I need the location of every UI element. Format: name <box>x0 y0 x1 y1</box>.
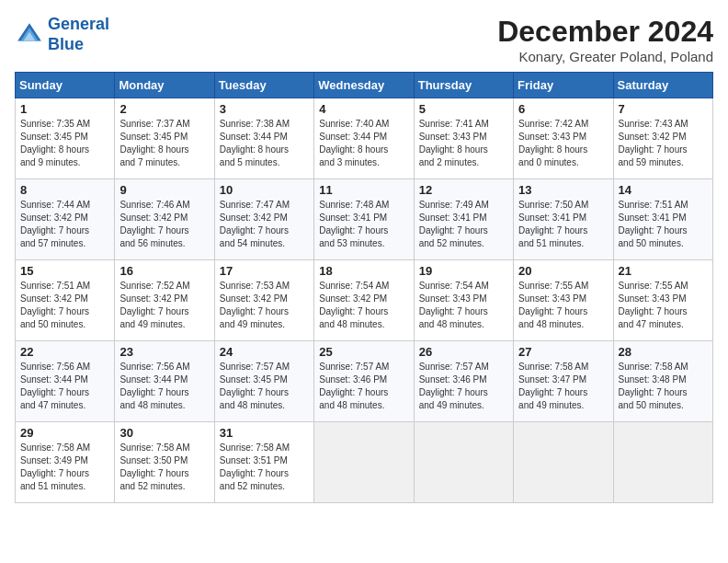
day-info: Sunrise: 7:58 AM Sunset: 3:49 PM Dayligh… <box>20 442 109 493</box>
day-number: 10 <box>220 183 309 197</box>
calendar-day-cell: 19Sunrise: 7:54 AM Sunset: 3:43 PM Dayli… <box>414 260 513 341</box>
calendar-day-cell: 7Sunrise: 7:43 AM Sunset: 3:42 PM Daylig… <box>613 98 712 179</box>
day-number: 15 <box>20 264 109 278</box>
day-info: Sunrise: 7:38 AM Sunset: 3:44 PM Dayligh… <box>220 118 309 169</box>
day-number: 7 <box>619 102 708 116</box>
calendar-day-cell: 22Sunrise: 7:56 AM Sunset: 3:44 PM Dayli… <box>16 341 115 422</box>
calendar-body: 1Sunrise: 7:35 AM Sunset: 3:45 PM Daylig… <box>16 98 713 503</box>
calendar-day-cell: 23Sunrise: 7:56 AM Sunset: 3:44 PM Dayli… <box>115 341 214 422</box>
calendar-day-cell: 20Sunrise: 7:55 AM Sunset: 3:43 PM Dayli… <box>514 260 613 341</box>
calendar-day-cell: 11Sunrise: 7:48 AM Sunset: 3:41 PM Dayli… <box>314 179 414 260</box>
calendar-day-cell: 9Sunrise: 7:46 AM Sunset: 3:42 PM Daylig… <box>115 179 214 260</box>
day-number: 24 <box>220 345 309 359</box>
calendar-day-cell: 3Sunrise: 7:38 AM Sunset: 3:44 PM Daylig… <box>214 98 313 179</box>
day-info: Sunrise: 7:35 AM Sunset: 3:45 PM Dayligh… <box>20 118 109 169</box>
day-info: Sunrise: 7:43 AM Sunset: 3:42 PM Dayligh… <box>619 118 708 169</box>
calendar-day-cell: 2Sunrise: 7:37 AM Sunset: 3:45 PM Daylig… <box>115 98 214 179</box>
day-info: Sunrise: 7:58 AM Sunset: 3:48 PM Dayligh… <box>619 361 708 412</box>
day-number: 9 <box>119 183 209 197</box>
calendar-table: SundayMondayTuesdayWednesdayThursdayFrid… <box>15 72 713 503</box>
day-number: 28 <box>619 345 708 359</box>
day-info: Sunrise: 7:54 AM Sunset: 3:42 PM Dayligh… <box>319 280 408 331</box>
day-info: Sunrise: 7:55 AM Sunset: 3:43 PM Dayligh… <box>619 280 708 331</box>
day-number: 3 <box>220 102 309 116</box>
day-info: Sunrise: 7:56 AM Sunset: 3:44 PM Dayligh… <box>20 361 109 412</box>
day-number: 8 <box>20 183 109 197</box>
calendar-day-cell: 27Sunrise: 7:58 AM Sunset: 3:47 PM Dayli… <box>514 341 613 422</box>
location: Konary, Greater Poland, Poland <box>497 49 713 64</box>
day-info: Sunrise: 7:42 AM Sunset: 3:43 PM Dayligh… <box>518 118 608 169</box>
day-number: 21 <box>619 264 708 278</box>
calendar-day-cell: 16Sunrise: 7:52 AM Sunset: 3:42 PM Dayli… <box>115 260 214 341</box>
calendar-day-cell: 13Sunrise: 7:50 AM Sunset: 3:41 PM Dayli… <box>514 179 613 260</box>
day-info: Sunrise: 7:48 AM Sunset: 3:41 PM Dayligh… <box>319 199 408 250</box>
calendar-day-cell: 15Sunrise: 7:51 AM Sunset: 3:42 PM Dayli… <box>16 260 115 341</box>
weekday-header-cell: Tuesday <box>214 73 313 98</box>
day-info: Sunrise: 7:50 AM Sunset: 3:41 PM Dayligh… <box>518 199 608 250</box>
day-number: 20 <box>518 264 608 278</box>
day-number: 12 <box>419 183 508 197</box>
calendar-day-cell: 18Sunrise: 7:54 AM Sunset: 3:42 PM Dayli… <box>314 260 414 341</box>
logo-icon <box>15 20 44 50</box>
calendar-day-cell: 8Sunrise: 7:44 AM Sunset: 3:42 PM Daylig… <box>16 179 115 260</box>
calendar-day-cell: 21Sunrise: 7:55 AM Sunset: 3:43 PM Dayli… <box>613 260 712 341</box>
calendar-week-row: 1Sunrise: 7:35 AM Sunset: 3:45 PM Daylig… <box>16 98 713 179</box>
weekday-header-cell: Sunday <box>16 73 115 98</box>
day-number: 1 <box>20 102 109 116</box>
day-number: 23 <box>119 345 209 359</box>
day-info: Sunrise: 7:40 AM Sunset: 3:44 PM Dayligh… <box>319 118 408 169</box>
calendar-day-cell: 10Sunrise: 7:47 AM Sunset: 3:42 PM Dayli… <box>214 179 313 260</box>
weekday-header-cell: Wednesday <box>314 73 414 98</box>
calendar-week-row: 8Sunrise: 7:44 AM Sunset: 3:42 PM Daylig… <box>16 179 713 260</box>
calendar-day-cell <box>613 422 712 503</box>
day-info: Sunrise: 7:44 AM Sunset: 3:42 PM Dayligh… <box>20 199 109 250</box>
day-info: Sunrise: 7:52 AM Sunset: 3:42 PM Dayligh… <box>119 280 209 331</box>
page-header: General Blue December 2024 Konary, Great… <box>15 15 713 64</box>
calendar-day-cell: 31Sunrise: 7:58 AM Sunset: 3:51 PM Dayli… <box>214 422 313 503</box>
calendar-day-cell: 4Sunrise: 7:40 AM Sunset: 3:44 PM Daylig… <box>314 98 414 179</box>
day-number: 30 <box>119 426 209 440</box>
calendar-week-row: 29Sunrise: 7:58 AM Sunset: 3:49 PM Dayli… <box>16 422 713 503</box>
logo-line2: Blue <box>48 35 84 53</box>
day-info: Sunrise: 7:51 AM Sunset: 3:42 PM Dayligh… <box>20 280 109 331</box>
calendar-week-row: 22Sunrise: 7:56 AM Sunset: 3:44 PM Dayli… <box>16 341 713 422</box>
day-number: 18 <box>319 264 408 278</box>
day-number: 25 <box>319 345 408 359</box>
calendar-day-cell: 17Sunrise: 7:53 AM Sunset: 3:42 PM Dayli… <box>214 260 313 341</box>
day-number: 17 <box>220 264 309 278</box>
calendar-day-cell: 1Sunrise: 7:35 AM Sunset: 3:45 PM Daylig… <box>16 98 115 179</box>
calendar-day-cell: 6Sunrise: 7:42 AM Sunset: 3:43 PM Daylig… <box>514 98 613 179</box>
weekday-header-row: SundayMondayTuesdayWednesdayThursdayFrid… <box>16 73 713 98</box>
day-number: 13 <box>518 183 608 197</box>
weekday-header-cell: Friday <box>514 73 613 98</box>
weekday-header-cell: Thursday <box>414 73 513 98</box>
day-number: 11 <box>319 183 408 197</box>
day-info: Sunrise: 7:55 AM Sunset: 3:43 PM Dayligh… <box>518 280 608 331</box>
day-number: 14 <box>619 183 708 197</box>
logo: General Blue <box>15 15 109 54</box>
calendar-day-cell <box>314 422 414 503</box>
day-number: 6 <box>518 102 608 116</box>
logo-line1: General <box>48 15 109 33</box>
day-info: Sunrise: 7:58 AM Sunset: 3:50 PM Dayligh… <box>119 442 209 493</box>
day-info: Sunrise: 7:56 AM Sunset: 3:44 PM Dayligh… <box>119 361 209 412</box>
day-info: Sunrise: 7:58 AM Sunset: 3:47 PM Dayligh… <box>518 361 608 412</box>
day-info: Sunrise: 7:53 AM Sunset: 3:42 PM Dayligh… <box>220 280 309 331</box>
calendar-day-cell: 25Sunrise: 7:57 AM Sunset: 3:46 PM Dayli… <box>314 341 414 422</box>
day-number: 31 <box>220 426 309 440</box>
calendar-day-cell: 26Sunrise: 7:57 AM Sunset: 3:46 PM Dayli… <box>414 341 513 422</box>
calendar-week-row: 15Sunrise: 7:51 AM Sunset: 3:42 PM Dayli… <box>16 260 713 341</box>
day-number: 16 <box>119 264 209 278</box>
calendar-day-cell: 5Sunrise: 7:41 AM Sunset: 3:43 PM Daylig… <box>414 98 513 179</box>
month-title: December 2024 <box>497 15 713 49</box>
calendar-day-cell: 28Sunrise: 7:58 AM Sunset: 3:48 PM Dayli… <box>613 341 712 422</box>
day-info: Sunrise: 7:37 AM Sunset: 3:45 PM Dayligh… <box>119 118 209 169</box>
day-number: 4 <box>319 102 408 116</box>
day-number: 2 <box>119 102 209 116</box>
day-info: Sunrise: 7:49 AM Sunset: 3:41 PM Dayligh… <box>419 199 508 250</box>
day-info: Sunrise: 7:46 AM Sunset: 3:42 PM Dayligh… <box>119 199 209 250</box>
day-info: Sunrise: 7:57 AM Sunset: 3:46 PM Dayligh… <box>419 361 508 412</box>
day-number: 5 <box>419 102 508 116</box>
day-info: Sunrise: 7:57 AM Sunset: 3:46 PM Dayligh… <box>319 361 408 412</box>
calendar-day-cell: 29Sunrise: 7:58 AM Sunset: 3:49 PM Dayli… <box>16 422 115 503</box>
